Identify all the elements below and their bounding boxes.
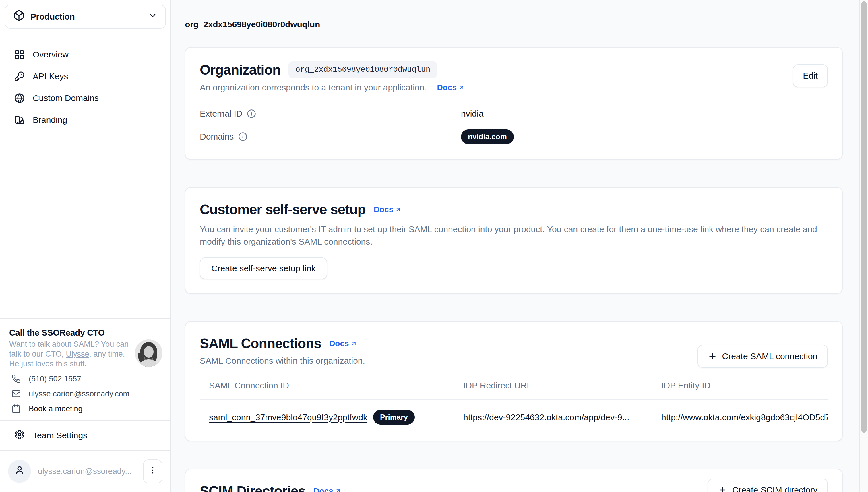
- grid-icon: [14, 49, 25, 60]
- gear-icon: [14, 429, 25, 442]
- domains-row: Domains nvidia.com: [200, 128, 828, 145]
- sidebar-item-branding[interactable]: Branding: [0, 109, 171, 131]
- sidebar-item-label: API Keys: [33, 72, 68, 81]
- self-serve-description: You can invite your customer's IT admin …: [200, 223, 828, 248]
- cto-card-body: Want to talk about SAML? You can talk to…: [9, 339, 132, 369]
- breadcrumb: org_2xdx15698ye0i080r0dwuqlun: [185, 20, 852, 29]
- sidebar-item-team-settings[interactable]: Team Settings: [0, 420, 171, 450]
- organization-card: Organization org_2xdx15698ye0i080r0dwuql…: [185, 47, 843, 159]
- organization-docs-link[interactable]: Docs: [437, 83, 465, 92]
- arrow-up-right-icon: [458, 84, 465, 91]
- avatar: [8, 460, 31, 483]
- self-serve-card: Customer self-serve setup Docs You can i…: [185, 187, 843, 294]
- vertical-scrollbar-thumb[interactable]: [861, 1, 867, 433]
- self-serve-description-line: modify this organization's SAML connecti…: [200, 236, 828, 248]
- saml-connection-link[interactable]: saml_conn_37mve9blo47qu9f3y2pptfwdk: [209, 413, 367, 422]
- cto-ulysse-link[interactable]: Ulysse: [66, 350, 89, 358]
- scim-title: SCIM Directories: [200, 483, 305, 492]
- organization-id-badge: org_2xdx15698ye0i080r0dwuqlun: [289, 62, 437, 78]
- environment-label: Production: [30, 12, 75, 22]
- sidebar: Production Overview API Keys: [0, 0, 171, 492]
- info-icon[interactable]: [247, 109, 256, 118]
- external-id-value: nvidia: [461, 109, 483, 119]
- plus-icon: [708, 352, 717, 361]
- domains-label: Domains: [200, 132, 234, 142]
- user-icon: [14, 465, 25, 478]
- saml-connections-card: SAML Connections Docs SAML Connections w…: [185, 321, 843, 441]
- sidebar-item-custom-domains[interactable]: Custom Domains: [0, 87, 171, 109]
- sidebar-item-api-keys[interactable]: API Keys: [0, 66, 171, 87]
- organization-title: Organization: [200, 62, 280, 78]
- cto-portrait-photo: [135, 339, 163, 367]
- saml-table: SAML Connection ID IDP Redirect URL IDP …: [200, 380, 828, 427]
- sidebar-item-label: Branding: [33, 115, 67, 125]
- edit-button[interactable]: Edit: [793, 64, 828, 87]
- col-header-redirect-url: IDP Redirect URL: [463, 380, 661, 390]
- organization-subtitle: An organization corresponds to a tenant …: [200, 83, 427, 93]
- external-id-row: External ID nvidia: [200, 105, 828, 122]
- arrow-up-right-icon: [335, 488, 341, 492]
- team-settings-label: Team Settings: [33, 430, 87, 440]
- create-saml-connection-button[interactable]: Create SAML connection: [697, 345, 828, 368]
- create-self-serve-link-button[interactable]: Create self-serve setup link: [200, 257, 327, 279]
- environment-switcher[interactable]: Production: [5, 5, 166, 29]
- external-id-label: External ID: [200, 109, 242, 119]
- create-scim-directory-button[interactable]: Create SCIM directory: [708, 478, 828, 492]
- globe-icon: [14, 93, 25, 103]
- cto-email-address[interactable]: ulysse.carion@ssoready.com: [29, 390, 129, 398]
- domain-badge: nvidia.com: [461, 129, 514, 144]
- cto-phone-row: (510) 502 1557: [9, 374, 161, 384]
- primary-badge: Primary: [373, 410, 415, 424]
- phone-icon: [11, 374, 21, 384]
- docs-label: Docs: [374, 205, 393, 214]
- plus-icon: [718, 485, 727, 492]
- docs-label: Docs: [437, 83, 457, 92]
- create-scim-label: Create SCIM directory: [732, 485, 817, 492]
- sidebar-item-label: Overview: [33, 50, 69, 59]
- sidebar-spacer: [0, 131, 171, 318]
- cto-card: Call the SSOReady CTO Want to talk about…: [0, 318, 171, 420]
- col-header-entity-id: IDP Entity ID: [661, 380, 828, 390]
- table-row: saml_conn_37mve9blo47qu9f3y2pptfwdk Prim…: [200, 399, 828, 427]
- calendar-icon: [11, 404, 21, 413]
- cto-email-row: ulysse.carion@ssoready.com: [9, 389, 161, 398]
- docs-label: Docs: [314, 487, 333, 492]
- info-icon[interactable]: [238, 132, 247, 141]
- self-serve-title: Customer self-serve setup: [200, 201, 366, 217]
- cto-meeting-row: Book a meeting: [9, 404, 161, 413]
- col-header-connection-id: SAML Connection ID: [209, 380, 463, 390]
- self-serve-docs-link[interactable]: Docs: [374, 205, 401, 214]
- mail-icon: [11, 389, 21, 398]
- docs-label: Docs: [329, 339, 349, 348]
- scim-docs-link[interactable]: Docs: [314, 487, 341, 492]
- main-content: org_2xdx15698ye0i080r0dwuqlun Organizati…: [171, 0, 868, 492]
- user-email: ulysse.carion@ssoready...: [38, 467, 136, 476]
- arrow-up-right-icon: [395, 206, 401, 213]
- key-icon: [14, 71, 25, 81]
- chevron-down-icon: [148, 11, 157, 22]
- create-saml-label: Create SAML connection: [722, 351, 817, 361]
- box-icon: [13, 10, 25, 24]
- user-bar: ulysse.carion@ssoready...: [0, 450, 171, 492]
- self-serve-description-line: You can invite your customer's IT admin …: [200, 223, 828, 236]
- book-meeting-link[interactable]: Book a meeting: [29, 404, 83, 413]
- sidebar-item-overview[interactable]: Overview: [0, 44, 171, 66]
- cto-phone-number: (510) 502 1557: [29, 375, 81, 384]
- cto-card-title: Call the SSOReady CTO: [9, 328, 161, 338]
- organization-fields: External ID nvidia Domains nvidia.c: [200, 105, 828, 145]
- ellipsis-vertical-icon: [148, 466, 157, 477]
- saml-table-header: SAML Connection ID IDP Redirect URL IDP …: [200, 380, 828, 399]
- saml-title: SAML Connections: [200, 336, 321, 351]
- idp-redirect-url: https://dev-92254632.okta.com/app/dev-9.…: [463, 413, 661, 422]
- idp-entity-id: http://www.okta.com/exkig8gdo63cjl4OD5d7: [661, 413, 828, 422]
- user-menu-button[interactable]: [143, 459, 163, 484]
- sidebar-nav: Overview API Keys Custom Domains Brandin…: [0, 44, 171, 131]
- arrow-up-right-icon: [351, 340, 357, 347]
- scim-directories-card: SCIM Directories Docs SCIM Directories w…: [185, 469, 843, 492]
- app-root: Production Overview API Keys: [0, 0, 868, 492]
- sidebar-item-label: Custom Domains: [33, 93, 99, 103]
- swatch-book-icon: [14, 115, 25, 125]
- saml-docs-link[interactable]: Docs: [329, 339, 357, 348]
- vertical-scrollbar-track: [860, 0, 868, 492]
